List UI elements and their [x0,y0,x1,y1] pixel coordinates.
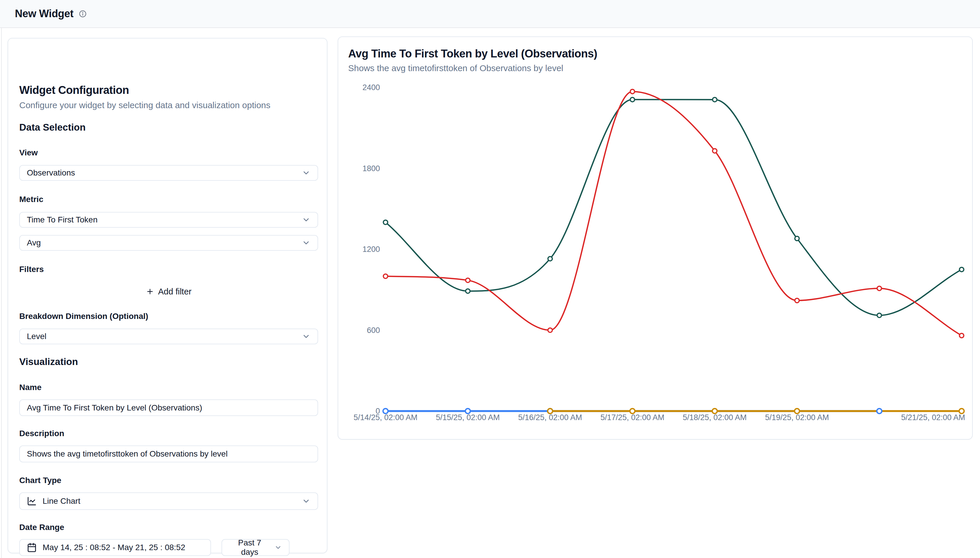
metric-select[interactable]: Time To First Token [19,212,318,228]
section-data-selection: Data Selection [19,122,86,133]
line-chart: 06001200180024005/14/25, 02:00 AM5/15/25… [338,37,973,440]
sidebar-edge-line [1,0,2,558]
metric-label: Metric [19,195,43,204]
filters-label: Filters [19,265,44,274]
add-filter-button[interactable]: Add filter [19,283,318,300]
breakdown-select-value: Level [27,332,46,341]
view-select[interactable]: Observations [19,165,318,181]
date-preset-select[interactable]: Past 7 days [222,539,290,556]
svg-text:600: 600 [367,326,380,335]
chevron-down-icon [302,238,311,247]
aggregation-select-value: Avg [27,238,41,248]
svg-text:5/19/25, 02:00 AM: 5/19/25, 02:00 AM [765,413,829,422]
date-preset-value: Past 7 days [229,538,270,557]
svg-text:1200: 1200 [362,245,380,254]
date-range-label: Date Range [19,523,64,532]
view-select-value: Observations [27,168,75,177]
chevron-down-icon [302,497,311,505]
config-title: Widget Configuration [19,84,129,97]
chart-type-select[interactable]: Line Chart [19,492,318,510]
chart-type-value: Line Chart [43,496,80,506]
date-range-button[interactable]: May 14, 25 : 08:52 - May 21, 25 : 08:52 [19,539,211,556]
aggregation-select[interactable]: Avg [19,235,318,251]
breakdown-select[interactable]: Level [19,328,318,344]
chevron-down-icon [302,215,311,224]
info-icon[interactable] [79,10,87,18]
svg-text:5/15/25, 02:00 AM: 5/15/25, 02:00 AM [436,413,500,422]
plus-icon [146,287,154,295]
date-range-value: May 14, 25 : 08:52 - May 21, 25 : 08:52 [43,543,185,552]
svg-text:1800: 1800 [362,164,380,173]
chart-type-label: Chart Type [19,476,61,485]
description-input[interactable] [19,445,318,462]
page-title: New Widget [15,8,74,20]
svg-text:5/21/25, 02:00 AM: 5/21/25, 02:00 AM [901,413,965,422]
svg-text:5/14/25, 02:00 AM: 5/14/25, 02:00 AM [353,413,417,422]
chevron-down-icon [302,169,311,177]
metric-select-value: Time To First Token [27,215,97,225]
chevron-down-icon [302,332,311,341]
view-label: View [19,148,38,158]
svg-text:5/16/25, 02:00 AM: 5/16/25, 02:00 AM [518,413,582,422]
name-input[interactable] [19,399,318,416]
breakdown-label: Breakdown Dimension (Optional) [19,312,148,321]
svg-text:5/18/25, 02:00 AM: 5/18/25, 02:00 AM [683,413,746,422]
line-chart-icon [27,496,37,506]
section-visualization: Visualization [19,356,78,367]
widget-config-card: Widget Configuration Configure your widg… [8,38,328,553]
svg-text:2400: 2400 [362,83,380,92]
name-label: Name [19,383,41,392]
chart-card: Avg Time To First Token by Level (Observ… [338,36,973,440]
svg-text:5/17/25, 02:00 AM: 5/17/25, 02:00 AM [600,413,664,422]
calendar-icon [27,543,37,553]
page-header: New Widget [0,0,980,28]
config-subtitle: Configure your widget by selecting data … [19,100,270,110]
chevron-down-icon [274,544,282,551]
add-filter-label: Add filter [158,287,191,297]
description-label: Description [19,429,64,438]
